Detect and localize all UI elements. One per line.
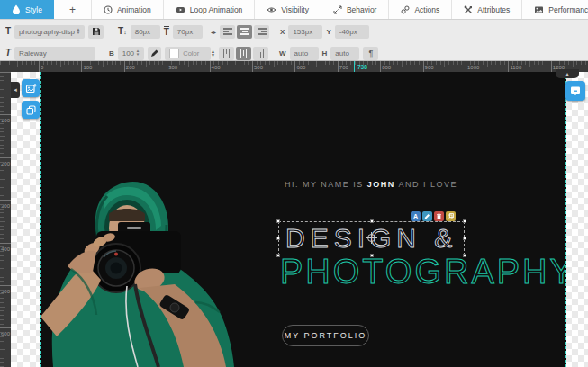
color-swatch[interactable] — [169, 49, 179, 58]
resize-handle[interactable] — [463, 237, 466, 240]
color-input[interactable]: Color — [165, 47, 211, 60]
ruler-tick — [277, 61, 278, 65]
line-height-input[interactable]: 70px — [173, 25, 203, 39]
vertical-ruler[interactable]: 100200300400500600 — [0, 72, 11, 367]
ruler-tick — [167, 61, 167, 72]
ruler-tick — [171, 61, 172, 65]
ruler-tick — [0, 212, 4, 213]
ruler-tick — [0, 354, 4, 354]
x-position-input[interactable]: 153px — [288, 25, 322, 39]
droplet-icon — [12, 4, 21, 14]
ruler-label: 400 — [212, 65, 221, 70]
collapse-toolbar-tab[interactable]: ▴ — [556, 69, 579, 78]
x-position-value: 153px — [293, 28, 312, 36]
tab-loop-animation[interactable]: Loop Animation — [164, 0, 256, 19]
ruler-tick — [0, 345, 4, 345]
my-portfolio-button[interactable]: MY PORTFOLIO — [282, 325, 369, 346]
font-size-input[interactable]: 80px — [131, 25, 160, 39]
ruler-tick — [0, 128, 4, 129]
ruler-tick — [252, 61, 253, 72]
ruler-tick — [500, 61, 501, 65]
duplicate-element-button[interactable] — [22, 101, 40, 119]
align-right-button[interactable] — [254, 25, 269, 39]
ruler-tick — [547, 61, 547, 65]
tab-style[interactable]: Style — [0, 0, 54, 19]
ruler-tick — [508, 61, 509, 72]
ruler-tick — [0, 307, 5, 308]
resize-handle[interactable] — [276, 237, 280, 240]
font-style-select[interactable]: photography-disp ▲▼ — [14, 25, 85, 39]
ruler-tick — [538, 61, 539, 65]
ruler-tick — [448, 61, 449, 65]
eyedropper-button[interactable] — [148, 47, 161, 60]
loop-icon — [176, 5, 185, 14]
text-edit-button[interactable]: A — [411, 211, 421, 221]
ruler-tick — [0, 114, 11, 115]
ruler-position-marker — [354, 61, 355, 72]
resize-handle[interactable] — [463, 219, 466, 223]
ruler-tick — [491, 61, 492, 65]
ruler-tick — [0, 170, 4, 171]
ruler-tick — [444, 61, 445, 67]
font-family-icon: T — [5, 49, 11, 58]
tab-label: Actions — [414, 5, 439, 14]
align-bottom-button[interactable] — [253, 47, 268, 60]
y-position-value: -40px — [339, 28, 357, 36]
ruler-tick — [205, 61, 206, 65]
align-top-button[interactable] — [219, 47, 234, 60]
ruler-tick — [0, 290, 4, 291]
slide[interactable]: HI. MY NAME IS JOHN AND I LOVE A — [40, 72, 566, 367]
link-icon — [401, 5, 410, 14]
font-weight-input[interactable]: 100 ▲▼ — [118, 47, 144, 60]
horizontal-ruler[interactable]: 0100200300400500600700800900100011001200… — [0, 61, 588, 72]
tab-label: Attributes — [477, 5, 510, 14]
ruler-tick — [14, 61, 14, 65]
ruler-tick — [350, 61, 351, 65]
color-label: Color — [183, 49, 199, 58]
ruler-tick — [231, 61, 231, 67]
y-label: Y — [326, 28, 330, 36]
add-image-button[interactable] — [22, 79, 40, 97]
ruler-label: 1000 — [467, 65, 479, 70]
ruler-tick — [176, 61, 176, 65]
tab-actions[interactable]: Actions — [389, 0, 452, 19]
selection-box[interactable]: DESIGN & — [278, 221, 465, 255]
height-input[interactable]: auto — [330, 47, 359, 60]
save-style-button[interactable] — [88, 25, 104, 39]
ruler-tick — [0, 298, 4, 299]
tab-performance[interactable]: Performance — [522, 0, 588, 19]
resize-handle[interactable] — [370, 219, 374, 223]
ruler-tick — [68, 61, 69, 65]
y-position-input[interactable]: -40px — [335, 25, 369, 39]
tab-behavior[interactable]: Behavior — [321, 0, 390, 19]
preview-button[interactable] — [565, 81, 585, 101]
ruler-tick — [0, 217, 4, 218]
edit-button[interactable] — [422, 211, 432, 221]
canvas-workspace[interactable]: HI. MY NAME IS JOHN AND I LOVE A — [11, 72, 588, 367]
duplicate-button[interactable] — [446, 211, 456, 221]
ruler-tick — [0, 251, 4, 252]
add-tab-button[interactable]: + — [54, 0, 92, 19]
ruler-tick — [0, 315, 4, 316]
paragraph-button[interactable]: ¶ — [363, 47, 378, 60]
ruler-label: 100 — [83, 65, 92, 70]
heading-photography[interactable]: PHOTOGRAPHY — [280, 255, 566, 289]
align-center-button[interactable] — [237, 25, 252, 39]
align-left-button[interactable] — [220, 25, 235, 39]
ruler-tick — [184, 61, 185, 65]
tab-attributes[interactable]: Attributes — [452, 0, 522, 19]
width-input[interactable]: auto — [290, 47, 319, 60]
intro-text[interactable]: HI. MY NAME IS JOHN AND I LOVE — [285, 180, 457, 189]
ruler-tick — [0, 268, 4, 269]
rotate-handle[interactable] — [367, 234, 375, 242]
delete-button[interactable] — [434, 211, 444, 221]
ruler-tick — [0, 61, 1, 65]
resize-handle[interactable] — [276, 219, 280, 223]
align-middle-button[interactable] — [236, 47, 251, 60]
ruler-position-value: 738 — [357, 64, 367, 70]
collapse-panel-tab[interactable]: ◂ — [11, 82, 20, 98]
tab-visibility[interactable]: Visibility — [255, 0, 321, 19]
ruler-tick — [0, 72, 11, 73]
tab-animation[interactable]: Animation — [92, 0, 164, 19]
font-family-input[interactable]: Raleway — [14, 47, 95, 60]
